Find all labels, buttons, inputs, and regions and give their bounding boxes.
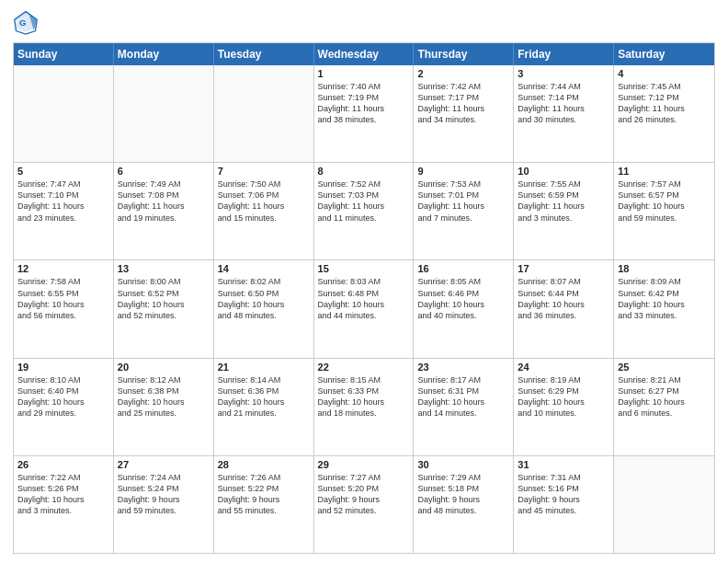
- day-number: 29: [318, 459, 410, 470]
- day-number: 3: [518, 68, 609, 79]
- day-number: 25: [618, 362, 711, 373]
- calendar-week-3: 12Sunrise: 7:58 AM Sunset: 6:55 PM Dayli…: [14, 259, 714, 357]
- day-number: 15: [318, 263, 410, 274]
- empty-cell: [614, 456, 714, 553]
- day-info: Sunrise: 8:09 AM Sunset: 6:42 PM Dayligh…: [618, 276, 711, 321]
- day-cell-21: 21Sunrise: 8:14 AM Sunset: 6:36 PM Dayli…: [214, 359, 314, 455]
- day-cell-15: 15Sunrise: 8:03 AM Sunset: 6:48 PM Dayli…: [314, 260, 415, 357]
- day-cell-30: 30Sunrise: 7:29 AM Sunset: 5:18 PM Dayli…: [414, 456, 514, 553]
- day-info: Sunrise: 7:57 AM Sunset: 6:57 PM Dayligh…: [618, 178, 711, 224]
- calendar-week-5: 26Sunrise: 7:22 AM Sunset: 5:26 PM Dayli…: [14, 455, 714, 553]
- day-info: Sunrise: 7:26 AM Sunset: 5:22 PM Dayligh…: [218, 472, 310, 517]
- day-cell-6: 6Sunrise: 7:49 AM Sunset: 7:08 PM Daylig…: [114, 163, 214, 259]
- day-cell-8: 8Sunrise: 7:52 AM Sunset: 7:03 PM Daylig…: [314, 163, 415, 259]
- day-cell-28: 28Sunrise: 7:26 AM Sunset: 5:22 PM Dayli…: [214, 456, 314, 553]
- header: G: [13, 9, 715, 35]
- day-info: Sunrise: 7:45 AM Sunset: 7:12 PM Dayligh…: [618, 81, 711, 126]
- day-info: Sunrise: 7:22 AM Sunset: 5:26 PM Dayligh…: [17, 472, 109, 517]
- page: G SundayMondayTuesdayWednesdayThursdayFr…: [0, 0, 728, 563]
- day-cell-23: 23Sunrise: 8:17 AM Sunset: 6:31 PM Dayli…: [414, 359, 514, 455]
- header-day-thursday: Thursday: [414, 43, 514, 65]
- empty-cell: [214, 65, 314, 162]
- calendar-week-4: 19Sunrise: 8:10 AM Sunset: 6:40 PM Dayli…: [14, 358, 714, 455]
- day-info: Sunrise: 7:50 AM Sunset: 7:06 PM Dayligh…: [218, 178, 310, 224]
- day-cell-24: 24Sunrise: 8:19 AM Sunset: 6:29 PM Dayli…: [514, 359, 614, 455]
- day-number: 11: [618, 166, 711, 177]
- day-cell-11: 11Sunrise: 7:57 AM Sunset: 6:57 PM Dayli…: [614, 163, 714, 259]
- day-info: Sunrise: 7:55 AM Sunset: 6:59 PM Dayligh…: [518, 178, 609, 224]
- day-number: 5: [17, 166, 109, 177]
- day-cell-14: 14Sunrise: 8:02 AM Sunset: 6:50 PM Dayli…: [214, 260, 314, 357]
- day-number: 19: [17, 362, 109, 373]
- day-cell-16: 16Sunrise: 8:05 AM Sunset: 6:46 PM Dayli…: [414, 260, 514, 357]
- day-number: 4: [618, 68, 711, 79]
- day-number: 12: [17, 263, 109, 274]
- header-day-saturday: Saturday: [614, 43, 714, 65]
- day-cell-27: 27Sunrise: 7:24 AM Sunset: 5:24 PM Dayli…: [114, 456, 214, 553]
- day-cell-2: 2Sunrise: 7:42 AM Sunset: 7:17 PM Daylig…: [414, 65, 514, 162]
- day-info: Sunrise: 7:42 AM Sunset: 7:17 PM Dayligh…: [417, 81, 509, 126]
- day-number: 28: [218, 459, 310, 470]
- calendar: SundayMondayTuesdayWednesdayThursdayFrid…: [13, 42, 715, 554]
- day-cell-9: 9Sunrise: 7:53 AM Sunset: 7:01 PM Daylig…: [414, 163, 514, 259]
- header-day-sunday: Sunday: [14, 43, 114, 65]
- day-info: Sunrise: 7:29 AM Sunset: 5:18 PM Dayligh…: [417, 472, 509, 517]
- day-cell-4: 4Sunrise: 7:45 AM Sunset: 7:12 PM Daylig…: [614, 65, 714, 162]
- day-cell-20: 20Sunrise: 8:12 AM Sunset: 6:38 PM Dayli…: [114, 359, 214, 455]
- logo: G: [13, 9, 42, 35]
- calendar-body: 1Sunrise: 7:40 AM Sunset: 7:19 PM Daylig…: [14, 65, 714, 553]
- day-number: 16: [417, 263, 509, 274]
- day-number: 9: [417, 166, 509, 177]
- header-day-monday: Monday: [114, 43, 214, 65]
- day-cell-22: 22Sunrise: 8:15 AM Sunset: 6:33 PM Dayli…: [314, 359, 415, 455]
- logo-icon: G: [13, 9, 39, 35]
- day-cell-7: 7Sunrise: 7:50 AM Sunset: 7:06 PM Daylig…: [214, 163, 314, 259]
- day-number: 20: [118, 362, 210, 373]
- day-info: Sunrise: 8:17 AM Sunset: 6:31 PM Dayligh…: [417, 374, 509, 419]
- day-info: Sunrise: 8:12 AM Sunset: 6:38 PM Dayligh…: [118, 374, 210, 419]
- day-cell-10: 10Sunrise: 7:55 AM Sunset: 6:59 PM Dayli…: [514, 163, 614, 259]
- day-cell-29: 29Sunrise: 7:27 AM Sunset: 5:20 PM Dayli…: [314, 456, 415, 553]
- day-info: Sunrise: 8:05 AM Sunset: 6:46 PM Dayligh…: [417, 276, 509, 321]
- day-cell-17: 17Sunrise: 8:07 AM Sunset: 6:44 PM Dayli…: [514, 260, 614, 357]
- day-cell-3: 3Sunrise: 7:44 AM Sunset: 7:14 PM Daylig…: [514, 65, 614, 162]
- day-cell-19: 19Sunrise: 8:10 AM Sunset: 6:40 PM Dayli…: [14, 359, 114, 455]
- day-number: 13: [118, 263, 210, 274]
- day-info: Sunrise: 7:31 AM Sunset: 5:16 PM Dayligh…: [518, 472, 609, 517]
- day-cell-5: 5Sunrise: 7:47 AM Sunset: 7:10 PM Daylig…: [14, 163, 114, 259]
- day-cell-12: 12Sunrise: 7:58 AM Sunset: 6:55 PM Dayli…: [14, 260, 114, 357]
- day-info: Sunrise: 8:00 AM Sunset: 6:52 PM Dayligh…: [118, 276, 210, 321]
- day-cell-26: 26Sunrise: 7:22 AM Sunset: 5:26 PM Dayli…: [14, 456, 114, 553]
- day-number: 22: [318, 362, 410, 373]
- day-info: Sunrise: 7:52 AM Sunset: 7:03 PM Dayligh…: [318, 178, 410, 224]
- day-number: 31: [518, 459, 609, 470]
- day-number: 26: [17, 459, 109, 470]
- day-info: Sunrise: 7:44 AM Sunset: 7:14 PM Dayligh…: [518, 81, 609, 126]
- header-day-tuesday: Tuesday: [214, 43, 314, 65]
- day-number: 6: [118, 166, 210, 177]
- calendar-week-1: 1Sunrise: 7:40 AM Sunset: 7:19 PM Daylig…: [14, 65, 714, 162]
- day-info: Sunrise: 8:15 AM Sunset: 6:33 PM Dayligh…: [318, 374, 410, 419]
- day-number: 8: [318, 166, 410, 177]
- empty-cell: [114, 65, 214, 162]
- header-day-friday: Friday: [514, 43, 614, 65]
- day-cell-13: 13Sunrise: 8:00 AM Sunset: 6:52 PM Dayli…: [114, 260, 214, 357]
- day-number: 24: [518, 362, 609, 373]
- day-info: Sunrise: 7:27 AM Sunset: 5:20 PM Dayligh…: [318, 472, 410, 517]
- day-info: Sunrise: 7:47 AM Sunset: 7:10 PM Dayligh…: [17, 178, 109, 224]
- day-number: 23: [417, 362, 509, 373]
- day-number: 14: [218, 263, 310, 274]
- day-info: Sunrise: 7:49 AM Sunset: 7:08 PM Dayligh…: [118, 178, 210, 224]
- day-number: 30: [417, 459, 509, 470]
- day-cell-31: 31Sunrise: 7:31 AM Sunset: 5:16 PM Dayli…: [514, 456, 614, 553]
- day-info: Sunrise: 7:58 AM Sunset: 6:55 PM Dayligh…: [17, 276, 109, 321]
- day-number: 1: [318, 68, 410, 79]
- day-info: Sunrise: 7:24 AM Sunset: 5:24 PM Dayligh…: [118, 472, 210, 517]
- day-info: Sunrise: 8:21 AM Sunset: 6:27 PM Dayligh…: [618, 374, 711, 419]
- day-info: Sunrise: 8:10 AM Sunset: 6:40 PM Dayligh…: [17, 374, 109, 419]
- day-info: Sunrise: 7:53 AM Sunset: 7:01 PM Dayligh…: [417, 178, 509, 224]
- day-info: Sunrise: 8:02 AM Sunset: 6:50 PM Dayligh…: [218, 276, 310, 321]
- day-info: Sunrise: 8:07 AM Sunset: 6:44 PM Dayligh…: [518, 276, 609, 321]
- calendar-header: SundayMondayTuesdayWednesdayThursdayFrid…: [14, 43, 714, 65]
- day-number: 27: [118, 459, 210, 470]
